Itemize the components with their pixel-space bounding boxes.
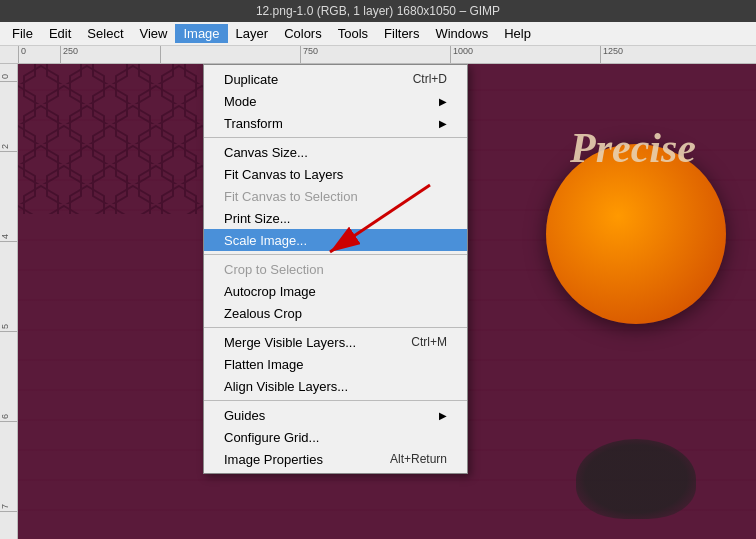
menu-item-label: Mode	[224, 94, 257, 109]
menu-filters[interactable]: Filters	[376, 24, 427, 43]
menu-item-label: Canvas Size...	[224, 145, 308, 160]
canvas-decoration-drip	[576, 439, 696, 519]
ruler-vertical: 0 2 4 5 6 7	[0, 64, 18, 539]
menu-file[interactable]: File	[4, 24, 41, 43]
menu-item-canvas-size[interactable]: Canvas Size...	[204, 141, 467, 163]
ruler-tick: 250	[60, 46, 78, 63]
menu-item-label: Scale Image...	[224, 233, 307, 248]
chevron-right-icon: ▶	[439, 410, 447, 421]
menu-help[interactable]: Help	[496, 24, 539, 43]
menu-item-label: Align Visible Layers...	[224, 379, 348, 394]
menu-item-label: Transform	[224, 116, 283, 131]
menu-item-configure-grid[interactable]: Configure Grid...	[204, 426, 467, 448]
menu-bar: File Edit Select View Image Layer Colors…	[0, 22, 756, 46]
ruler-tick: 1250	[600, 46, 623, 63]
canvas: Precise Duplicate Ctrl+D Mode ▶ Transfor…	[18, 64, 756, 539]
menu-item-label: Merge Visible Layers...	[224, 335, 356, 350]
menu-layer[interactable]: Layer	[228, 24, 277, 43]
menu-item-merge-visible[interactable]: Merge Visible Layers... Ctrl+M	[204, 331, 467, 353]
title-bar: 12.png-1.0 (RGB, 1 layer) 1680x1050 – GI…	[0, 0, 756, 22]
dropdown-section-5: Guides ▶ Configure Grid... Image Propert…	[204, 401, 467, 473]
menu-item-guides[interactable]: Guides ▶	[204, 404, 467, 426]
menu-item-scale-image[interactable]: Scale Image...	[204, 229, 467, 251]
chevron-right-icon: ▶	[439, 118, 447, 129]
menu-item-shortcut: Alt+Return	[390, 452, 447, 466]
menu-view[interactable]: View	[132, 24, 176, 43]
menu-item-label: Guides	[224, 408, 265, 423]
menu-item-duplicate[interactable]: Duplicate Ctrl+D	[204, 68, 467, 90]
ruler-tick-v: 7	[0, 504, 17, 512]
menu-colors[interactable]: Colors	[276, 24, 330, 43]
ruler-tick-v: 0	[0, 74, 17, 82]
menu-item-crop-to-selection: Crop to Selection	[204, 258, 467, 280]
menu-select[interactable]: Select	[79, 24, 131, 43]
menu-item-transform[interactable]: Transform ▶	[204, 112, 467, 134]
menu-item-autocrop[interactable]: Autocrop Image	[204, 280, 467, 302]
ruler-tick: 750	[300, 46, 318, 63]
menu-item-label: Fit Canvas to Layers	[224, 167, 343, 182]
chevron-right-icon: ▶	[439, 96, 447, 107]
menu-item-label: Flatten Image	[224, 357, 304, 372]
ruler-tick-v: 2	[0, 144, 17, 152]
menu-item-label: Duplicate	[224, 72, 278, 87]
canvas-text-precise: Precise	[570, 124, 696, 172]
image-menu-dropdown: Duplicate Ctrl+D Mode ▶ Transform ▶ Canv…	[203, 64, 468, 474]
menu-item-shortcut: Ctrl+D	[413, 72, 447, 86]
menu-item-label: Zealous Crop	[224, 306, 302, 321]
ruler-tick: 1000	[450, 46, 473, 63]
ruler-tick-v: 5	[0, 324, 17, 332]
menu-item-mode[interactable]: Mode ▶	[204, 90, 467, 112]
menu-item-flatten[interactable]: Flatten Image	[204, 353, 467, 375]
menu-item-image-properties[interactable]: Image Properties Alt+Return	[204, 448, 467, 470]
menu-item-label: Image Properties	[224, 452, 323, 467]
menu-item-fit-canvas-selection: Fit Canvas to Selection	[204, 185, 467, 207]
menu-windows[interactable]: Windows	[427, 24, 496, 43]
dropdown-section-3: Crop to Selection Autocrop Image Zealous…	[204, 255, 467, 328]
menu-item-zealous-crop[interactable]: Zealous Crop	[204, 302, 467, 324]
ruler-tick: 0	[18, 46, 26, 63]
dropdown-section-4: Merge Visible Layers... Ctrl+M Flatten I…	[204, 328, 467, 401]
ruler-tick-v: 6	[0, 414, 17, 422]
menu-item-label: Autocrop Image	[224, 284, 316, 299]
menu-item-shortcut: Ctrl+M	[411, 335, 447, 349]
menu-item-label: Crop to Selection	[224, 262, 324, 277]
ruler-tick-v: 4	[0, 234, 17, 242]
menu-item-label: Fit Canvas to Selection	[224, 189, 358, 204]
ruler-tick	[160, 46, 163, 63]
menu-item-label: Print Size...	[224, 211, 290, 226]
content-area: 0 2 4 5 6 7 Precise	[0, 64, 756, 539]
menu-item-fit-canvas-layers[interactable]: Fit Canvas to Layers	[204, 163, 467, 185]
dropdown-section-1: Duplicate Ctrl+D Mode ▶ Transform ▶	[204, 65, 467, 138]
menu-item-label: Configure Grid...	[224, 430, 319, 445]
ruler-horizontal: 0 250 750 1000 1250	[0, 46, 756, 64]
menu-item-align-visible[interactable]: Align Visible Layers...	[204, 375, 467, 397]
menu-image[interactable]: Image	[175, 24, 227, 43]
dropdown-section-2: Canvas Size... Fit Canvas to Layers Fit …	[204, 138, 467, 255]
menu-tools[interactable]: Tools	[330, 24, 376, 43]
menu-edit[interactable]: Edit	[41, 24, 79, 43]
menu-item-print-size[interactable]: Print Size...	[204, 207, 467, 229]
title-text: 12.png-1.0 (RGB, 1 layer) 1680x1050 – GI…	[256, 4, 500, 18]
